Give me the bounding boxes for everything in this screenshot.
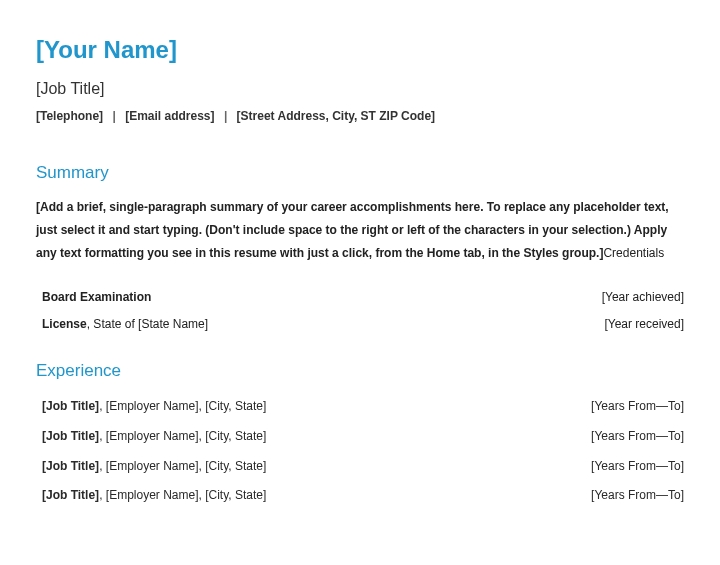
credentials-list: Board Examination [Year achieved] Licens… [36,287,684,336]
experience-rest: , [Employer Name], [City, State] [99,429,266,443]
experience-left: [Job Title], [Employer Name], [City, Sta… [42,456,266,478]
experience-left: [Job Title], [Employer Name], [City, Sta… [42,485,266,507]
summary-heading: Summary [36,158,684,189]
experience-list: [Job Title], [Employer Name], [City, Sta… [36,396,684,506]
experience-rest: , [Employer Name], [City, State] [99,459,266,473]
experience-row: [Job Title], [Employer Name], [City, Sta… [42,426,684,448]
experience-years: [Years From—To] [591,396,684,418]
summary-body: [Add a brief, single-paragraph summary o… [36,196,684,264]
credential-bold: License [42,317,87,331]
experience-years: [Years From—To] [591,426,684,448]
experience-row: [Job Title], [Employer Name], [City, Sta… [42,456,684,478]
separator: | [112,109,115,123]
experience-job-title: [Job Title] [42,488,99,502]
telephone: [Telephone] [36,109,103,123]
experience-rest: , [Employer Name], [City, State] [99,399,266,413]
experience-left: [Job Title], [Employer Name], [City, Sta… [42,426,266,448]
separator: | [224,109,227,123]
experience-row: [Job Title], [Employer Name], [City, Sta… [42,396,684,418]
address: [Street Address, City, ST ZIP Code] [237,109,435,123]
summary-text: [Add a brief, single-paragraph summary o… [36,200,669,260]
experience-rest: , [Employer Name], [City, State] [99,488,266,502]
experience-job-title: [Job Title] [42,429,99,443]
email: [Email address] [125,109,214,123]
experience-years: [Years From—To] [591,456,684,478]
experience-job-title: [Job Title] [42,399,99,413]
experience-row: [Job Title], [Employer Name], [City, Sta… [42,485,684,507]
credential-year: [Year received] [604,314,684,336]
credential-row: Board Examination [Year achieved] [42,287,684,309]
credential-label: Board Examination [42,287,151,309]
experience-years: [Years From—To] [591,485,684,507]
summary-trailing: Credentials [603,246,664,260]
experience-job-title: [Job Title] [42,459,99,473]
credential-label: License, State of [State Name] [42,314,208,336]
name-heading: [Your Name] [36,28,684,71]
credential-year: [Year achieved] [602,287,684,309]
experience-left: [Job Title], [Employer Name], [City, Sta… [42,396,266,418]
credential-bold: Board Examination [42,290,151,304]
credential-row: License, State of [State Name] [Year rec… [42,314,684,336]
job-title: [Job Title] [36,75,684,104]
credential-rest: , State of [State Name] [87,317,208,331]
contact-line: [Telephone] | [Email address] | [Street … [36,106,684,128]
experience-heading: Experience [36,356,684,387]
